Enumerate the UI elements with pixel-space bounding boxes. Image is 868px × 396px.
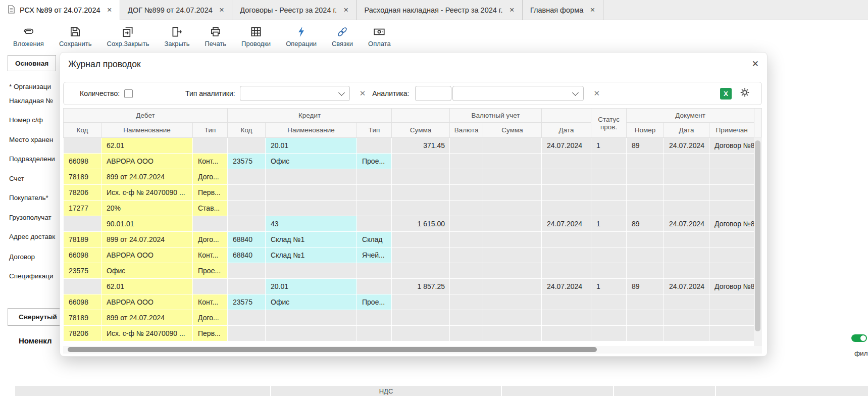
grid-cell[interactable] xyxy=(483,310,542,326)
group-header-document[interactable]: Документ xyxy=(627,109,754,123)
grid-cell[interactable] xyxy=(64,279,101,294)
vertical-scrollbar-thumb[interactable] xyxy=(755,140,760,331)
table-row[interactable]: 66098АВРОРА ОООКонт...68840Склад №1Ячей.… xyxy=(64,247,754,263)
grid-cell[interactable] xyxy=(228,279,266,294)
grid-cell[interactable]: Склад №1 xyxy=(266,247,357,263)
grid-cell[interactable] xyxy=(627,294,664,310)
grid-cell[interactable] xyxy=(357,185,392,201)
grid-cell[interactable] xyxy=(664,185,709,201)
grid-cell[interactable] xyxy=(483,247,542,263)
grid-cell[interactable] xyxy=(357,169,392,185)
grid-cell[interactable]: 68840 xyxy=(228,232,266,247)
grid-cell[interactable] xyxy=(709,294,754,310)
quantity-checkbox[interactable] xyxy=(124,89,133,98)
grid-cell[interactable]: 89 xyxy=(627,138,664,154)
grid-cell[interactable]: 24.07.2024 xyxy=(664,138,709,154)
grid-cell[interactable] xyxy=(483,279,542,294)
grid-cell[interactable]: 1 xyxy=(591,279,627,294)
grid-cell[interactable] xyxy=(542,185,591,201)
grid-cell[interactable] xyxy=(392,169,450,185)
table-row[interactable]: 78189899 от 24.07.2024Дого...68840Склад … xyxy=(64,232,754,247)
grid-cell[interactable] xyxy=(627,310,664,326)
grid-cell[interactable] xyxy=(483,216,542,232)
column-header-debit-type[interactable]: Тип xyxy=(193,123,228,138)
column-header-debit-code[interactable]: Код xyxy=(64,123,101,138)
grid-cell[interactable] xyxy=(450,247,483,263)
vertical-scrollbar[interactable] xyxy=(754,137,762,348)
column-header-currency[interactable]: Валюта xyxy=(450,123,483,138)
grid-cell[interactable] xyxy=(266,326,357,341)
grid-cell[interactable] xyxy=(392,263,450,279)
grid-cell[interactable] xyxy=(591,201,627,216)
grid-cell[interactable]: Склад №1 xyxy=(266,232,357,247)
grid-cell[interactable] xyxy=(542,154,591,169)
grid-cell[interactable] xyxy=(392,310,450,326)
grid-cell[interactable]: Ячей... xyxy=(357,247,392,263)
grid-cell[interactable]: 23575 xyxy=(64,263,101,279)
column-header-credit-name[interactable]: Наименование xyxy=(266,123,357,138)
filter-toggle[interactable] xyxy=(851,334,867,342)
clear-type-icon[interactable]: ✕ xyxy=(360,89,366,98)
grid-cell[interactable]: 24.07.2024 xyxy=(664,279,709,294)
grid-cell[interactable] xyxy=(266,169,357,185)
analytics-select[interactable] xyxy=(452,86,584,101)
grid-cell[interactable] xyxy=(228,138,266,154)
horizontal-scrollbar-thumb[interactable] xyxy=(68,347,597,352)
grid-cell[interactable] xyxy=(483,232,542,247)
grid-cell[interactable] xyxy=(228,216,266,232)
column-header-date[interactable]: Дата xyxy=(542,123,591,138)
grid-cell[interactable] xyxy=(450,294,483,310)
grid-cell[interactable] xyxy=(664,169,709,185)
grid-cell[interactable] xyxy=(542,169,591,185)
grid-cell[interactable] xyxy=(483,169,542,185)
grid-cell[interactable]: 66098 xyxy=(64,294,101,310)
grid-cell[interactable]: 23575 xyxy=(228,294,266,310)
table-row[interactable]: 78206Исх. с-ф № 24070090 ...Перв... xyxy=(64,185,754,201)
grid-cell[interactable]: Договор №8 xyxy=(709,216,754,232)
grid-cell[interactable]: 20% xyxy=(101,201,193,216)
grid-cell[interactable]: Прое... xyxy=(357,294,392,310)
grid-cell[interactable]: 66098 xyxy=(64,154,101,169)
grid-cell[interactable]: 89 xyxy=(627,279,664,294)
column-header-credit-type[interactable]: Тип xyxy=(357,123,392,138)
grid-cell[interactable]: Офис xyxy=(101,263,193,279)
column-header-doc-date[interactable]: Дата xyxy=(664,123,709,138)
grid-cell[interactable] xyxy=(64,216,101,232)
grid-cell[interactable] xyxy=(228,310,266,326)
grid-cell[interactable]: АВРОРА ООО xyxy=(101,294,193,310)
grid-cell[interactable] xyxy=(193,216,228,232)
table-row[interactable]: 90.01.01431 615.0024.07.202418924.07.202… xyxy=(64,216,754,232)
grid-cell[interactable] xyxy=(357,216,392,232)
grid-cell[interactable] xyxy=(542,201,591,216)
grid-cell[interactable]: Договор №8 xyxy=(709,138,754,154)
tab-osnovnaya[interactable]: Основная xyxy=(8,55,56,71)
collapsed-section-tab[interactable]: Свернутый xyxy=(8,308,64,326)
grid-cell[interactable] xyxy=(709,232,754,247)
grid-cell[interactable] xyxy=(357,326,392,341)
grid-cell[interactable] xyxy=(450,232,483,247)
grid-cell[interactable]: 66098 xyxy=(64,247,101,263)
grid-cell[interactable]: 78189 xyxy=(64,232,101,247)
column-header-sum[interactable]: Сумма xyxy=(392,123,450,138)
table-row[interactable]: 62.0120.01371.4524.07.202418924.07.2024Д… xyxy=(64,138,754,154)
grid-cell[interactable] xyxy=(709,263,754,279)
grid-cell[interactable] xyxy=(483,326,542,341)
column-header-note[interactable]: Примечан xyxy=(709,123,754,138)
grid-cell[interactable] xyxy=(228,201,266,216)
close-icon[interactable]: ✕ xyxy=(752,59,759,69)
grid-cell[interactable]: 20.01 xyxy=(266,279,357,294)
grid-cell[interactable] xyxy=(709,154,754,169)
grid-cell[interactable]: 20.01 xyxy=(266,138,357,154)
grid-cell[interactable]: Склад xyxy=(357,232,392,247)
analytics-code-input[interactable] xyxy=(415,86,451,101)
group-header-currency[interactable]: Валютный учет xyxy=(450,109,542,123)
grid-cell[interactable] xyxy=(193,138,228,154)
grid-cell[interactable] xyxy=(627,326,664,341)
table-row[interactable]: 78189899 от 24.07.2024Дого... xyxy=(64,169,754,185)
grid-cell[interactable] xyxy=(591,154,627,169)
grid-cell[interactable]: 1 857.25 xyxy=(392,279,450,294)
table-row[interactable]: 78206Исх. с-ф № 24070090 ...Перв... xyxy=(64,326,754,341)
grid-cell[interactable] xyxy=(591,185,627,201)
table-row[interactable]: 66098АВРОРА ОООКонт...23575ОфисПрое... xyxy=(64,154,754,169)
grid-cell[interactable] xyxy=(392,294,450,310)
